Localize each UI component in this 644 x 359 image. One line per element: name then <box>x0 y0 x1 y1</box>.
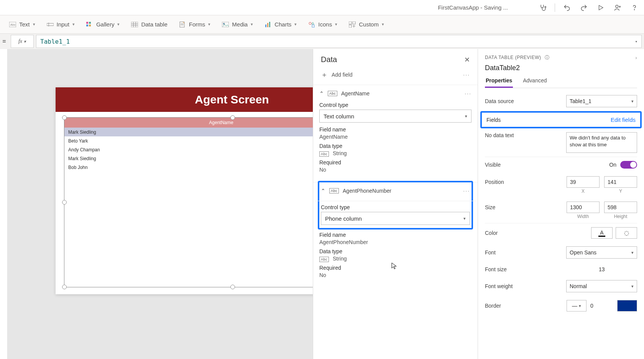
svg-rect-25 <box>267 23 268 27</box>
pos-x-label: X <box>567 189 600 194</box>
chevron-down-icon[interactable]: ▾ <box>635 39 637 44</box>
custom-icon <box>349 21 356 28</box>
svg-point-5 <box>634 9 634 10</box>
visible-toggle[interactable]: On <box>609 161 637 169</box>
ribbon-text[interactable]: Abc Text ▾ <box>9 21 35 28</box>
font-label: Font <box>485 249 496 256</box>
chevron-down-icon: ▾ <box>72 22 75 27</box>
svg-point-0 <box>545 6 546 7</box>
fontweight-label: Font weight <box>485 283 513 289</box>
fields-row-highlight: Fields Edit fields <box>480 111 642 128</box>
field-header[interactable]: ⌃ Abc AgentName ··· <box>319 89 472 100</box>
formula-bar: = fx▾ Table1_1 ▾ <box>0 34 644 49</box>
table-row[interactable]: Bob John6252232259 <box>64 163 313 172</box>
ribbon-forms[interactable]: Forms ▾ <box>179 21 211 28</box>
ribbon-datatable[interactable]: Data table <box>131 21 167 28</box>
add-field-label: Add field <box>332 72 352 78</box>
more-icon[interactable]: ··· <box>465 90 472 97</box>
size-h-label: Height <box>604 214 637 219</box>
close-icon[interactable]: ✕ <box>464 56 470 64</box>
border-style-select[interactable]: — ▾ <box>567 300 586 311</box>
table-row[interactable]: Beto Yark5554856989 <box>64 136 313 145</box>
help-icon[interactable] <box>629 3 639 13</box>
ribbon-icons[interactable]: Icons ▾ <box>308 21 337 28</box>
control-type-select[interactable]: Phone column ▾ <box>321 212 470 225</box>
visible-label: Visible <box>485 162 501 168</box>
info-icon[interactable]: ⓘ <box>545 55 550 60</box>
field-header[interactable]: ⌃ Abc AgentPhoneNumber ··· <box>321 184 470 198</box>
fontsize-input[interactable]: 13 <box>599 266 637 272</box>
fontweight-select[interactable]: Normal ▾ <box>566 280 637 292</box>
edit-fields-link[interactable]: Edit fields <box>611 116 636 123</box>
app-title: FirstCanvasApp - Saving ... <box>438 4 508 11</box>
nodata-input[interactable]: We didn't find any data to show at this … <box>566 132 637 153</box>
field-name-value: AgentPhoneNumber <box>319 239 472 245</box>
abc-icon: Abc <box>328 91 337 96</box>
ribbon-gallery-label: Gallery <box>96 21 115 28</box>
ribbon-charts[interactable]: Charts ▾ <box>264 21 297 28</box>
size-w-input[interactable]: 1300 <box>567 202 600 213</box>
cell-name: Andy Champan <box>68 147 313 152</box>
resize-handle[interactable] <box>230 115 235 120</box>
datatable-control[interactable]: AgentName Ag Mark Siedling5556532412Beto… <box>64 117 313 287</box>
fx-button[interactable]: fx▾ <box>11 35 34 48</box>
add-field-button[interactable]: ＋ Add field <box>321 70 352 79</box>
ribbon-media[interactable]: Media ▾ <box>222 21 253 28</box>
size-h-input[interactable]: 598 <box>604 202 637 213</box>
svg-rect-14 <box>131 22 138 27</box>
table-row[interactable]: Mark Siedling9854478856 <box>64 154 313 163</box>
fill-color-button[interactable]: ◌ <box>616 227 637 239</box>
left-rail[interactable] <box>0 49 8 359</box>
share-icon[interactable] <box>613 3 623 13</box>
cell-name: Mark Siedling <box>68 156 313 161</box>
ribbon-input[interactable]: Input ▾ <box>47 21 75 28</box>
canvas-area[interactable]: Agent Screen AgentName Ag Mark Siedling5… <box>0 49 313 359</box>
ribbon-datatable-label: Data table <box>141 21 167 28</box>
column-header[interactable]: AgentName <box>64 120 313 125</box>
chevron-down-icon: ▾ <box>465 114 467 119</box>
properties-tabs: Properties Advanced <box>485 74 637 88</box>
tab-advanced[interactable]: Advanced <box>522 74 547 88</box>
field-section-agentname: ⌃ Abc AgentName ··· Control type Text co… <box>313 85 478 182</box>
resize-handle[interactable] <box>62 285 67 289</box>
chevron-down-icon: ▾ <box>335 22 337 27</box>
undo-icon[interactable] <box>562 3 572 13</box>
resize-handle[interactable] <box>62 115 67 120</box>
resize-handle[interactable] <box>230 285 235 289</box>
formula-input[interactable]: Table1_1 ▾ <box>36 35 642 48</box>
position-x-input[interactable]: 39 <box>567 176 600 188</box>
svg-rect-28 <box>312 25 314 27</box>
field-title-label: AgentName <box>341 90 370 97</box>
more-icon[interactable]: ··· <box>463 188 470 194</box>
redo-icon[interactable] <box>579 3 589 13</box>
chevron-up-icon[interactable]: ⌃ <box>321 188 325 194</box>
required-label: Required <box>319 159 472 166</box>
svg-rect-31 <box>349 25 352 28</box>
border-color-swatch[interactable] <box>617 300 637 311</box>
table-row[interactable]: Andy Champan5145526695 <box>64 145 313 154</box>
font-color-button[interactable]: A <box>591 227 613 239</box>
field-name-label: Field name <box>319 232 472 238</box>
svg-text:Abc: Abc <box>10 23 16 26</box>
border-width-input[interactable]: 0 <box>590 303 613 309</box>
ribbon-charts-label: Charts <box>274 21 291 28</box>
more-icon[interactable]: ··· <box>463 72 470 78</box>
datasource-select[interactable]: Table1_1 ▾ <box>566 95 637 107</box>
color-label: Color <box>485 230 498 236</box>
table-row[interactable]: Mark Siedling5556532412 <box>64 128 313 136</box>
chevron-right-icon[interactable]: › <box>636 55 637 61</box>
position-y-input[interactable]: 141 <box>604 176 637 188</box>
font-select[interactable]: Open Sans ▾ <box>566 246 637 259</box>
control-type-value: Text column <box>324 113 354 120</box>
ribbon-custom[interactable]: Custom ▾ <box>349 21 384 28</box>
control-type-select[interactable]: Text column ▾ <box>319 110 472 123</box>
chevron-down-icon: ▾ <box>208 22 210 27</box>
chevron-up-icon[interactable]: ⌃ <box>319 90 324 97</box>
stethoscope-icon[interactable] <box>538 3 548 13</box>
tab-properties[interactable]: Properties <box>485 74 513 88</box>
cell-name: Beto Yark <box>68 138 313 144</box>
ribbon-gallery[interactable]: Gallery ▾ <box>86 21 120 28</box>
resize-handle[interactable] <box>62 200 67 205</box>
play-icon[interactable] <box>596 3 606 13</box>
chevron-down-icon: ▾ <box>117 22 120 27</box>
